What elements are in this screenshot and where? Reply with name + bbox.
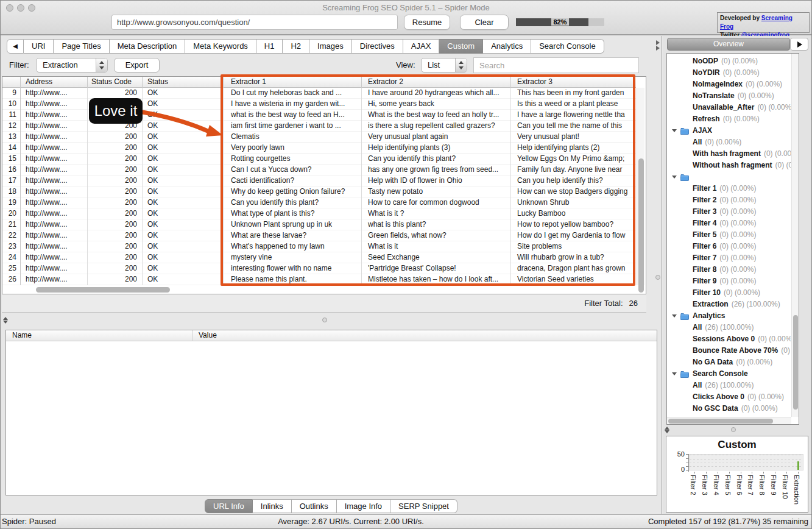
overview-tree-item[interactable]: Search Console bbox=[667, 368, 791, 380]
table-row[interactable]: 9 http://www.... 200 OK Do I cut my hele… bbox=[2, 88, 636, 99]
search-input[interactable] bbox=[473, 57, 639, 73]
disclosure-triangle-icon[interactable] bbox=[672, 372, 677, 375]
detail-column-value[interactable]: Value bbox=[192, 330, 217, 341]
overview-tree-item[interactable]: Filter 3(0) (0.00%) bbox=[667, 206, 791, 218]
bottom-tab[interactable]: Inlinks bbox=[253, 499, 292, 513]
address-cell[interactable]: http://www.... bbox=[21, 230, 88, 241]
overview-tree-item[interactable]: Filter 5(0) (0.00%) bbox=[667, 229, 791, 241]
bottom-tab[interactable]: Outlinks bbox=[292, 499, 337, 513]
overview-tree-item[interactable]: Filter 10(0) (0.00%) bbox=[667, 287, 791, 299]
overview-tree-item[interactable]: Sessions Above 0(0) (0.00%) bbox=[667, 333, 791, 345]
overview-tree-item[interactable]: No GA Data(0) (0.00%) bbox=[667, 357, 791, 368]
table-row[interactable]: 16 http://www.... 200 OK Can I cut a Yuc… bbox=[2, 165, 636, 176]
bottom-tab[interactable]: URL Info bbox=[205, 499, 253, 513]
column-header-address[interactable]: Address bbox=[21, 77, 88, 88]
table-row[interactable]: 14 http://www.... 200 OK Very poorly law… bbox=[2, 143, 636, 154]
address-cell[interactable]: http://www.... bbox=[21, 165, 88, 176]
overview-tree-item[interactable]: Filter 2(0) (0.00%) bbox=[667, 194, 791, 206]
overview-tree-item[interactable]: Bounce Rate Above 70%(0) (0.00%) bbox=[667, 345, 791, 357]
overview-tree-item[interactable]: All(26) (100.00%) bbox=[667, 322, 791, 333]
address-cell[interactable]: http://www.... bbox=[21, 121, 88, 132]
overview-tree-item[interactable]: NoODP(0) (0.00%) bbox=[667, 55, 791, 67]
main-tab[interactable]: H1 bbox=[256, 39, 283, 54]
address-cell[interactable]: http://www.... bbox=[21, 132, 88, 143]
overview-header[interactable]: Overview bbox=[667, 38, 790, 51]
main-tab[interactable]: Meta Description bbox=[110, 39, 186, 54]
address-cell[interactable]: http://www.... bbox=[21, 241, 88, 252]
table-horizontal-scrollbar[interactable] bbox=[36, 287, 170, 293]
url-input[interactable] bbox=[111, 15, 398, 30]
column-header-status[interactable]: Status bbox=[143, 77, 224, 88]
address-cell[interactable]: http://www.... bbox=[21, 143, 88, 154]
filter-dropdown[interactable]: Extraction bbox=[36, 58, 108, 73]
tab-scroll-left-button[interactable]: ◀ bbox=[7, 39, 24, 54]
overview-tree-item[interactable]: NoImageIndex(0) (0.00%) bbox=[667, 79, 791, 90]
table-row[interactable]: 19 http://www.... 200 OK Can you identif… bbox=[2, 197, 636, 208]
sidebar-forward-button[interactable] bbox=[790, 38, 808, 51]
address-cell[interactable]: http://www.... bbox=[21, 208, 88, 219]
export-button[interactable]: Export bbox=[114, 58, 160, 73]
address-cell[interactable]: http://www.... bbox=[21, 110, 88, 121]
bottom-tab[interactable]: SERP Snippet bbox=[390, 499, 457, 513]
scrollbar-thumb[interactable] bbox=[668, 419, 773, 424]
table-row[interactable]: 18 http://www.... 200 OK Why do keep get… bbox=[2, 186, 636, 197]
overview-tree-item[interactable]: Without hash fragment(0) (0.00%) bbox=[667, 160, 791, 171]
main-tab[interactable]: Directives bbox=[352, 39, 403, 54]
overview-tree-item[interactable]: All(26) (100.00%) bbox=[667, 380, 791, 391]
splitter-collapse-icon[interactable] bbox=[3, 317, 8, 324]
table-row[interactable]: 17 http://www.... 200 OK Cacti identific… bbox=[2, 176, 636, 186]
table-row[interactable]: 24 http://www.... 200 OK mystery vine Se… bbox=[2, 252, 636, 263]
column-header-extractor1[interactable]: Extractor 1 bbox=[224, 77, 362, 88]
table-row[interactable]: 21 http://www.... 200 OK Unknown Plant s… bbox=[2, 219, 636, 230]
disclosure-triangle-icon[interactable] bbox=[672, 176, 677, 179]
table-row[interactable]: 15 http://www.... 200 OK Rotting courget… bbox=[2, 154, 636, 165]
detail-column-name[interactable]: Name bbox=[6, 330, 32, 341]
clear-button[interactable]: Clear bbox=[460, 15, 509, 30]
overview-tree-item[interactable]: No GSC Data(0) (0.00%) bbox=[667, 403, 791, 414]
address-cell[interactable]: http://www.... bbox=[21, 252, 88, 263]
overview-tree-item[interactable]: Clicks Above 0(0) (0.00%) bbox=[667, 391, 791, 403]
overview-tree-item[interactable]: Filter 4(0) (0.00%) bbox=[667, 218, 791, 229]
address-cell[interactable]: http://www.... bbox=[21, 176, 88, 186]
tree-vertical-scrollbar[interactable] bbox=[791, 54, 799, 417]
table-row[interactable]: 13 http://www.... 200 OK Clematis Very u… bbox=[2, 132, 636, 143]
overview-tree-item[interactable]: Filter 9(0) (0.00%) bbox=[667, 275, 791, 287]
overview-tree-item[interactable]: NoTranslate(0) (0.00%) bbox=[667, 90, 791, 102]
address-cell[interactable]: http://www.... bbox=[21, 197, 88, 208]
disclosure-triangle-icon[interactable] bbox=[672, 129, 677, 132]
overview-tree-item[interactable]: Refresh(0) (0.00%) bbox=[667, 113, 791, 125]
column-header-status-code[interactable]: Status Code bbox=[88, 77, 143, 88]
main-tab[interactable]: H2 bbox=[283, 39, 309, 54]
overview-tree-item[interactable]: AJAX bbox=[667, 125, 791, 137]
overview-tree-item[interactable]: Analytics bbox=[667, 310, 791, 322]
panel-splitter-handle[interactable] bbox=[655, 275, 660, 280]
sidebar-splitter[interactable] bbox=[663, 426, 812, 435]
overview-tree-item[interactable]: All(0) (0.00%) bbox=[667, 137, 791, 148]
splitter-handle[interactable] bbox=[731, 427, 736, 432]
view-dropdown[interactable]: List bbox=[421, 58, 467, 73]
table-row[interactable]: 20 http://www.... 200 OK What type of pl… bbox=[2, 208, 636, 219]
tab-overflow-arrows[interactable] bbox=[656, 40, 662, 52]
column-header-extractor2[interactable]: Extractor 2 bbox=[362, 77, 511, 88]
address-cell[interactable]: http://www.... bbox=[21, 274, 88, 285]
disclosure-triangle-icon[interactable] bbox=[672, 314, 677, 318]
main-tab[interactable]: Custom bbox=[439, 39, 483, 54]
address-cell[interactable]: http://www.... bbox=[21, 99, 88, 110]
scrollbar-thumb[interactable] bbox=[638, 158, 644, 293]
column-header-extractor3[interactable]: Extractor 3 bbox=[511, 77, 636, 88]
main-tab[interactable]: Search Console bbox=[531, 39, 604, 54]
splitter-collapse-icon[interactable] bbox=[665, 427, 669, 433]
main-tab[interactable]: Analytics bbox=[483, 39, 531, 54]
overview-tree-item[interactable]: Filter 7(0) (0.00%) bbox=[667, 252, 791, 264]
table-row[interactable]: 25 http://www.... 200 OK interesting flo… bbox=[2, 263, 636, 274]
scrollbar-thumb[interactable] bbox=[793, 315, 798, 410]
horizontal-splitter[interactable] bbox=[1, 313, 662, 330]
main-tab[interactable]: Meta Keywords bbox=[185, 39, 256, 54]
address-cell[interactable]: http://www.... bbox=[21, 186, 88, 197]
overview-tree-item[interactable]: Filter 8(0) (0.00%) bbox=[667, 264, 791, 275]
address-cell[interactable]: http://www.... bbox=[21, 219, 88, 230]
main-tab[interactable]: Page Titles bbox=[54, 39, 109, 54]
table-row[interactable]: 26 http://www.... 200 OK Please name thi… bbox=[2, 274, 636, 285]
main-tab[interactable]: URI bbox=[24, 39, 54, 54]
splitter-handle[interactable] bbox=[322, 318, 327, 322]
